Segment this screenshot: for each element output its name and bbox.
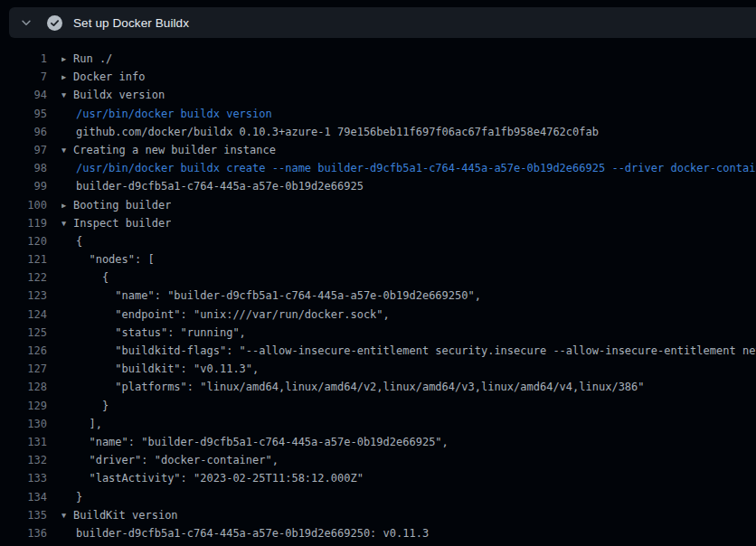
line-number[interactable]: 134 [0,488,47,506]
log-command-line: /usr/bin/docker buildx create --name bui… [76,159,756,177]
triangle-right-icon: ▶ [61,50,73,68]
log-row: 136builder-d9cfb5a1-c764-445a-a57e-0b19d… [0,524,756,542]
log-output-line: { [76,232,82,250]
step-header[interactable]: Set up Docker Buildx [9,7,756,38]
group-title: Run ./ [73,52,112,65]
log-row: 129 } [0,397,756,415]
line-number[interactable]: 94 [0,86,47,104]
line-number[interactable]: 132 [0,451,47,469]
line-number[interactable]: 1 [0,50,47,68]
line-number[interactable]: 123 [0,287,47,305]
line-number[interactable]: 127 [0,360,47,378]
triangle-down-icon: ▼ [61,214,73,232]
log-output-line: "buildkit": "v0.11.3", [76,360,259,378]
step-title: Set up Docker Buildx [73,16,189,30]
line-number[interactable]: 131 [0,433,47,451]
log-row: 100▶Booting builder [0,196,756,214]
line-number[interactable]: 96 [0,123,47,141]
triangle-down-icon: ▼ [61,506,73,524]
log-output-line: "driver": "docker-container", [76,451,279,469]
line-number[interactable]: 121 [0,250,47,268]
group-title: Docker info [73,71,145,83]
log-command-line: /usr/bin/docker buildx version [76,105,272,123]
group-title: Buildx version [73,89,165,101]
line-number[interactable]: 120 [0,232,47,250]
log-output-line: "nodes": [ [76,250,155,268]
log-viewer: 1▶Run ./7▶Docker info94▼Buildx version95… [0,38,756,546]
triangle-down-icon: ▼ [61,141,73,159]
log-output-line: "name": "builder-d9cfb5a1-c764-445a-a57e… [76,433,449,451]
log-row: 126 "buildkitd-flags": "--allow-insecure… [0,342,756,360]
log-row: 7▶Docker info [0,68,756,86]
log-row: 131 "name": "builder-d9cfb5a1-c764-445a-… [0,433,756,451]
log-output-line: "endpoint": "unix:///var/run/docker.sock… [76,306,390,324]
group-title: BuildKit version [73,509,178,522]
log-row: 124 "endpoint": "unix:///var/run/docker.… [0,306,756,324]
log-output-line: "platforms": "linux/amd64,linux/amd64/v2… [76,378,645,396]
log-row: 133 "lastActivity": "2023-02-25T11:58:12… [0,469,756,487]
line-number[interactable]: 97 [0,141,47,159]
log-row: 94▼Buildx version [0,86,756,104]
log-group-toggle[interactable]: ▼Buildx version [61,86,165,104]
line-number[interactable]: 122 [0,268,47,287]
log-row: 99builder-d9cfb5a1-c764-445a-a57e-0b19d2… [0,177,756,195]
log-group-toggle[interactable]: ▶Docker info [61,68,145,86]
log-row: 1▶Run ./ [0,50,756,68]
log-row: 127 "buildkit": "v0.11.3", [0,360,756,378]
line-number[interactable]: 125 [0,324,47,342]
log-row: 98/usr/bin/docker buildx create --name b… [0,159,756,177]
triangle-down-icon: ▼ [61,86,73,104]
log-row: 123 "name": "builder-d9cfb5a1-c764-445a-… [0,287,756,305]
group-title: Creating a new builder instance [73,144,276,156]
log-group-toggle[interactable]: ▼Inspect builder [61,214,171,232]
log-row: 95/usr/bin/docker buildx version [0,105,756,123]
log-group-toggle[interactable]: ▶Booting builder [61,196,171,214]
log-group-toggle[interactable]: ▼Creating a new builder instance [61,141,276,159]
log-output-line: "name": "builder-d9cfb5a1-c764-445a-a57e… [76,287,481,305]
line-number[interactable]: 129 [0,397,47,415]
log-row: 130 ], [0,415,756,433]
log-group-toggle[interactable]: ▶Run ./ [61,50,112,68]
line-number[interactable]: 133 [0,469,47,487]
triangle-right-icon: ▶ [61,68,73,86]
log-row: 122 { [0,268,756,287]
log-row: 132 "driver": "docker-container", [0,451,756,469]
log-row: 96github.com/docker/buildx 0.10.3+azure-… [0,123,756,141]
line-number[interactable]: 95 [0,105,47,123]
log-row: 119▼Inspect builder [0,214,756,232]
log-row: 97▼Creating a new builder instance [0,141,756,159]
log-output-line: "lastActivity": "2023-02-25T11:58:12.000… [76,469,364,487]
line-number[interactable]: 126 [0,342,47,360]
log-output-line: { [76,268,109,287]
log-row: 128 "platforms": "linux/amd64,linux/amd6… [0,378,756,396]
log-output-line: "buildkitd-flags": "--allow-insecure-ent… [76,342,756,360]
log-rows: 1▶Run ./7▶Docker info94▼Buildx version95… [0,50,756,542]
chevron-down-icon[interactable] [20,16,33,29]
line-number[interactable]: 130 [0,415,47,433]
line-number[interactable]: 135 [0,506,47,524]
group-title: Booting builder [73,199,171,212]
log-row: 134} [0,488,756,506]
line-number[interactable]: 7 [0,68,47,86]
log-row: 135▼BuildKit version [0,506,756,524]
log-output-line: } [76,488,82,506]
log-output-line: builder-d9cfb5a1-c764-445a-a57e-0b19d2e6… [76,177,364,195]
log-output-line: ], [76,415,102,433]
log-row: 121 "nodes": [ [0,250,756,268]
line-number[interactable]: 128 [0,378,47,396]
group-title: Inspect builder [73,217,171,230]
line-number[interactable]: 136 [0,524,47,542]
log-group-toggle[interactable]: ▼BuildKit version [61,506,178,524]
line-number[interactable]: 100 [0,196,47,214]
line-number[interactable]: 124 [0,306,47,324]
line-number[interactable]: 99 [0,177,47,195]
log-row: 120{ [0,232,756,250]
line-number[interactable]: 98 [0,159,47,177]
triangle-right-icon: ▶ [61,196,73,214]
log-output-line: github.com/docker/buildx 0.10.3+azure-1 … [76,123,599,141]
log-output-line: } [76,397,109,415]
line-number[interactable]: 119 [0,214,47,232]
check-circle-icon [47,15,62,31]
log-output-line: builder-d9cfb5a1-c764-445a-a57e-0b19d2e6… [76,524,429,542]
log-row: 125 "status": "running", [0,324,756,342]
